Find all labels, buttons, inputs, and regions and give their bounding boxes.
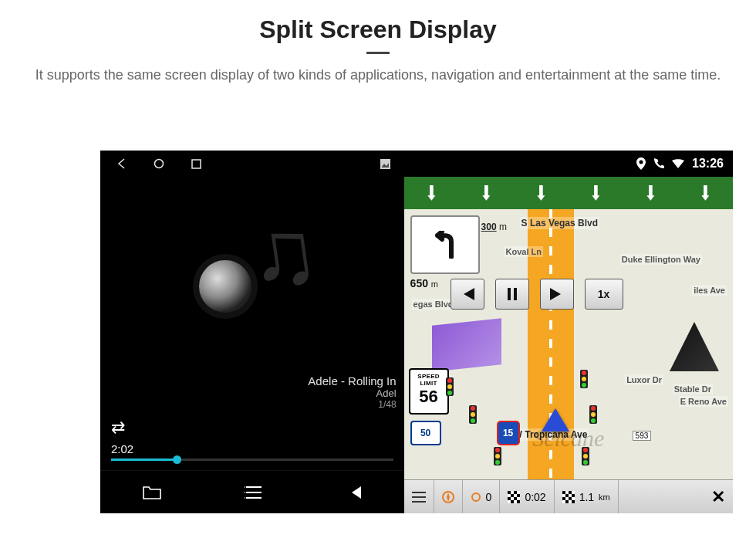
street-label: Stable Dr xyxy=(673,384,713,394)
dest-unit: km xyxy=(599,492,610,502)
speed-limit-value: 56 xyxy=(410,387,447,407)
lane-arrow-icon: ⬇ xyxy=(699,181,712,205)
traffic-light-icon xyxy=(469,405,477,424)
sim-prev-button[interactable] xyxy=(451,279,484,310)
traffic-light-icon xyxy=(580,370,588,388)
building-3d xyxy=(432,318,501,371)
location-icon xyxy=(636,157,646,170)
svg-point-9 xyxy=(472,493,480,501)
traffic-light-icon xyxy=(582,447,589,465)
page-title: Split Screen Display xyxy=(31,15,725,44)
back-icon[interactable] xyxy=(116,157,128,170)
nav-footer: 0 0:02 1.1 km ✕ xyxy=(404,479,733,513)
traffic-light-icon xyxy=(446,377,454,396)
home-icon[interactable] xyxy=(153,157,165,170)
flag-icon xyxy=(508,491,520,503)
lane-arrow-icon: ⬇ xyxy=(535,181,548,205)
progress-bar[interactable] xyxy=(111,459,393,461)
footer-distance[interactable]: 1.1 km xyxy=(555,480,619,513)
traffic-light-icon xyxy=(494,447,501,465)
interstate-shield: 15 xyxy=(497,421,520,445)
vehicle-heading-icon xyxy=(542,408,569,431)
lane-arrow-icon: ⬇ xyxy=(589,181,602,205)
footer-menu-button[interactable] xyxy=(404,480,434,513)
picture-icon xyxy=(380,157,392,170)
device-screen: ♫ Adele - Rolling In Adel 1/48 ⇄ 2:02 xyxy=(100,151,733,513)
speed-limit-label: SPEED LIMIT xyxy=(410,373,447,387)
sim-speed-button[interactable]: 1x xyxy=(585,279,623,310)
map-canvas[interactable]: ⬇ ⬇ ⬇ ⬇ ⬇ ⬇ S Las Vegas Blvd Koval Ln Du… xyxy=(404,177,733,479)
marker-tag: 593 xyxy=(633,431,652,441)
phone-icon xyxy=(653,158,664,169)
street-label: Koval Ln xyxy=(505,246,543,257)
speed-limit-sign: SPEED LIMIT 56 xyxy=(409,368,449,415)
street-label: iles Ave xyxy=(692,285,727,296)
status-bar: 13:26 xyxy=(404,151,733,177)
building-3d xyxy=(670,322,719,371)
music-pane: ♫ Adele - Rolling In Adel 1/48 ⇄ 2:02 xyxy=(100,151,404,513)
svg-point-5 xyxy=(245,497,245,499)
folder-icon[interactable] xyxy=(142,484,162,501)
street-label: E Reno Ave xyxy=(679,396,728,407)
street-label: Luxor Dr xyxy=(625,374,663,385)
svg-point-3 xyxy=(245,486,245,488)
turn-left-icon xyxy=(430,231,461,259)
street-label: Duke Ellington Way xyxy=(620,254,702,265)
svg-point-0 xyxy=(155,160,164,168)
street-label: egas Blvd xyxy=(412,299,455,310)
svg-rect-7 xyxy=(514,288,517,300)
maneuver-card xyxy=(410,215,480,274)
title-underline xyxy=(366,52,390,54)
flag-icon xyxy=(562,491,575,503)
dest-dist: 1.1 xyxy=(579,491,594,503)
footer-satellites[interactable]: 0 xyxy=(463,480,501,513)
svg-rect-2 xyxy=(380,159,390,169)
android-navbar xyxy=(100,151,404,177)
previous-icon[interactable] xyxy=(346,484,363,501)
navigation-pane: 13:26 ⬇ ⬇ ⬇ ⬇ ⬇ ⬇ S Las Vegas Blvd Koval… xyxy=(404,151,733,513)
album-art: ♫ xyxy=(100,177,404,374)
sat-count: 0 xyxy=(486,491,492,503)
track-meta: Adele - Rolling In Adel 1/48 xyxy=(100,374,404,410)
route-shield: 50 xyxy=(410,421,441,445)
elapsed-time: 2:02 xyxy=(111,442,133,455)
track-index: 1/48 xyxy=(100,399,397,410)
lane-arrow-icon: ⬇ xyxy=(644,181,657,205)
progress-knob[interactable] xyxy=(173,455,181,464)
lane-arrow-icon: ⬇ xyxy=(480,181,493,205)
sim-next-button[interactable] xyxy=(540,279,574,310)
recents-icon[interactable] xyxy=(190,157,202,170)
footer-eta[interactable]: 0:02 xyxy=(500,480,554,513)
sim-pause-button[interactable] xyxy=(495,279,529,310)
approach-distance: 650 m xyxy=(410,277,438,289)
track-artist: Adel xyxy=(100,387,397,399)
svg-rect-6 xyxy=(508,288,511,300)
eta-value: 0:02 xyxy=(525,491,545,503)
music-bottom-bar xyxy=(100,470,404,513)
lane-arrow-icon: ⬇ xyxy=(425,181,438,205)
shuffle-icon[interactable]: ⇄ xyxy=(111,418,125,438)
sim-media-controls: 1x xyxy=(451,279,623,310)
wifi-icon xyxy=(672,159,684,168)
close-button[interactable]: ✕ xyxy=(704,480,733,513)
street-label: S Las Vegas Blvd xyxy=(520,217,599,229)
clock-time: 13:26 xyxy=(692,157,724,171)
next-maneuver-distance: 300 m xyxy=(481,222,507,232)
page-subtitle: It supports the same screen display of t… xyxy=(31,65,725,86)
album-lens xyxy=(193,254,258,319)
svg-point-4 xyxy=(245,492,245,493)
lane-guidance: ⬇ ⬇ ⬇ ⬇ ⬇ ⬇ xyxy=(404,177,733,209)
svg-rect-1 xyxy=(192,160,201,168)
track-title: Adele - Rolling In xyxy=(100,374,397,387)
footer-compass[interactable] xyxy=(434,480,463,513)
traffic-light-icon xyxy=(589,405,597,424)
playlist-icon[interactable] xyxy=(245,485,263,500)
